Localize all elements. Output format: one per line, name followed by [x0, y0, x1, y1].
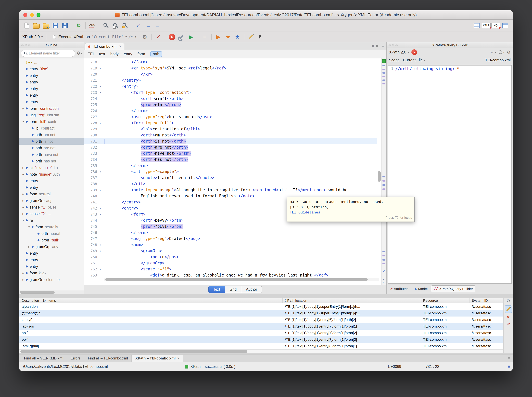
outline-item[interactable]: entry	[19, 85, 84, 92]
fold-toggle-icon[interactable]: ▾	[98, 65, 103, 71]
outline-item[interactable]: !--...	[19, 59, 84, 66]
outline-item[interactable]: ▸gramGrpélém. fo	[19, 276, 84, 283]
outline-item[interactable]: ▸cit"example"I a	[19, 164, 84, 171]
outline-item[interactable]: entry	[19, 184, 84, 191]
bottom-tab[interactable]: Errors	[67, 355, 84, 362]
scrollbar-thumb[interactable]	[105, 278, 368, 281]
code-line[interactable]: 739▾ <note type="usage">Although the int…	[84, 187, 377, 193]
outline-item[interactable]: ▸gramGrpadv	[19, 243, 84, 250]
scrollbar-thumb[interactable]	[378, 171, 381, 182]
bottom-tab[interactable]: Find all – GE.RKMD.xml	[20, 355, 67, 362]
outline-item[interactable]: entry	[19, 178, 84, 184]
outline-item[interactable]: ▾re	[19, 217, 84, 224]
fold-toggle-icon[interactable]: ▾	[98, 242, 103, 248]
collapse-arrow-icon[interactable]: ▾	[21, 120, 26, 124]
collapse-arrow-icon[interactable]: ▾	[27, 225, 32, 229]
outline-item[interactable]: ortham not	[19, 131, 84, 138]
status-notes-icon[interactable]: ≡	[508, 364, 510, 369]
outline-item[interactable]: ▸sense"1"of, rel	[19, 204, 84, 211]
code-line[interactable]: 720 </xr>	[84, 71, 377, 77]
edit-xpath-button[interactable]	[505, 305, 512, 313]
remove-result-icon[interactable]: ×	[507, 315, 510, 320]
builder-settings-button[interactable]: ⚙	[507, 50, 511, 55]
code-line[interactable]: 719▾ <xr type="syn">SYN. see <ref>legal<…	[84, 65, 377, 71]
outline-item[interactable]: entry	[19, 99, 84, 105]
fold-toggle-icon[interactable]: ▾	[98, 187, 103, 193]
outline-item[interactable]: entry	[19, 250, 84, 257]
fold-toggle-icon[interactable]: ▾	[98, 248, 103, 254]
outline-item[interactable]: entry	[19, 92, 84, 99]
transform-button[interactable]: ▶	[214, 32, 223, 41]
result-row[interactable]: 'äb-`ərs/TEI[1]/text[1]/body[1]/entry[7]…	[19, 323, 503, 330]
outline-item[interactable]: ▸gramGrpadj	[19, 197, 84, 204]
find-replace-button[interactable]	[102, 21, 110, 30]
view-mode-author[interactable]: Author	[241, 286, 262, 293]
result-row[interactable]: @"band@n/TEI[1]/text[1]/body[1]/superEnt…	[19, 310, 503, 316]
code-line[interactable]: 724 <orth>ain't</orth>	[84, 96, 377, 102]
run-settings-button[interactable]: ▶	[187, 32, 196, 41]
minimize-window-button[interactable]	[30, 13, 34, 17]
editor-tab[interactable]: TEI-combo.xml ×	[85, 43, 124, 50]
code-line[interactable]: 726 </form>	[84, 108, 377, 114]
new-document-button[interactable]	[22, 21, 31, 30]
select-mode-button[interactable]	[256, 32, 265, 41]
expand-arrow-icon[interactable]: ▸	[21, 212, 26, 216]
fold-toggle-icon[interactable]: ▾	[98, 90, 103, 96]
grid-view-button[interactable]	[472, 21, 481, 30]
clear-highlights-icon[interactable]: ×	[383, 269, 385, 274]
prev-tab-button[interactable]: ◀	[371, 44, 373, 48]
favorites-button[interactable]: ☆▾	[490, 50, 496, 55]
element-name-filter-input[interactable]: Element name filter	[21, 50, 75, 57]
expand-arrow-icon[interactable]: ▸	[21, 278, 26, 281]
builder-tab-xpath-xquery-builder[interactable]: //XPath/XQuery Builder	[431, 285, 475, 292]
view-mode-text[interactable]: Text	[208, 286, 225, 293]
view-mode-grid[interactable]: Grid	[225, 286, 241, 293]
execute-xpath-combo[interactable]: Execute XPath on 'Current File' ▾ /* ▾	[50, 33, 138, 41]
code-line[interactable]: 736▾ <cit type="example">	[84, 169, 377, 175]
code-line[interactable]: 721 </entry>	[84, 77, 377, 83]
result-row[interactable]: a|ban|don/TEI[1]/text[1]/body[1]/superEn…	[19, 303, 503, 310]
result-row[interactable]: äb-`/TEI[1]/text[1]/body[1]/entry[7]/for…	[19, 330, 503, 336]
spell-check-button[interactable]: ABC	[88, 21, 97, 30]
code-line[interactable]: 733 <orth>have not</orth>	[84, 150, 377, 156]
code-line[interactable]: 746 </form>	[84, 230, 377, 236]
fold-toggle-icon[interactable]: ▾	[98, 83, 103, 90]
wrench-button[interactable]	[177, 32, 186, 41]
forward-button[interactable]: →	[153, 21, 162, 30]
outline-item[interactable]: pron"suff"	[19, 237, 84, 243]
validate-button[interactable]: ✓	[154, 32, 163, 41]
result-row[interactable]: [ami(g)dal]/TEI[1]/text[1]/body[1]/entry…	[19, 343, 503, 349]
close-tab-icon[interactable]: ×	[119, 44, 122, 49]
outline-item[interactable]: orthis not	[19, 138, 84, 145]
run-button[interactable]: ▶	[167, 32, 176, 41]
outline-item[interactable]: entry"rise"	[19, 66, 84, 72]
execute-xpath-button[interactable]: ▶	[411, 49, 417, 55]
edit-attributes-button[interactable]	[247, 32, 256, 41]
bottom-tab[interactable]: Find all – TEI-combo.xml	[84, 355, 132, 362]
outline-item[interactable]: ▸sense"2"...	[19, 211, 84, 217]
show-frames-button[interactable]	[501, 21, 510, 30]
code-line[interactable]: 728▾ <form type="full">	[84, 120, 377, 126]
code-line[interactable]: 723▾ <form type="contraction">	[84, 90, 377, 96]
outline-item[interactable]: entry	[19, 263, 84, 270]
code-line[interactable]: 729 <lbl>contraction of</lbl>	[84, 126, 377, 132]
code-line[interactable]: 749▾ <gramGrp>	[84, 248, 377, 254]
history-button[interactable]: ▾	[499, 50, 505, 54]
expand-arrow-icon[interactable]: ▸	[27, 245, 32, 248]
builder-xpath-version-dropdown[interactable]: XPath 2.0 ▾	[389, 50, 409, 55]
code-line[interactable]: 750 <pos>n</pos>	[84, 254, 377, 260]
code-line[interactable]: 732 <orth>are not</orth>	[84, 144, 377, 150]
breadcrumb-item-TEI[interactable]: TEI	[88, 52, 94, 56]
outline-item[interactable]: lblcontracti	[19, 125, 84, 131]
breadcrumb-item-entry[interactable]: entry	[124, 52, 132, 56]
code-line[interactable]: 747 <usg type="reg">Dialect</usg>	[84, 236, 377, 242]
open-folder-button[interactable]	[32, 21, 41, 30]
overview-ruler[interactable]: × ▾▾	[381, 58, 386, 285]
editor-vscrollbar[interactable]	[377, 58, 381, 275]
go-to-last-edit-button[interactable]: ↙	[134, 21, 143, 30]
expand-arrow-icon[interactable]: ▸	[21, 205, 26, 209]
outline-item[interactable]: ▾form"full"contr	[19, 118, 84, 125]
fold-toggle-icon[interactable]: ▾	[98, 205, 103, 211]
builder-tab-attributes[interactable]: aAttributes	[388, 285, 411, 292]
code-line[interactable]: 751 </gramGrp>	[84, 260, 377, 266]
